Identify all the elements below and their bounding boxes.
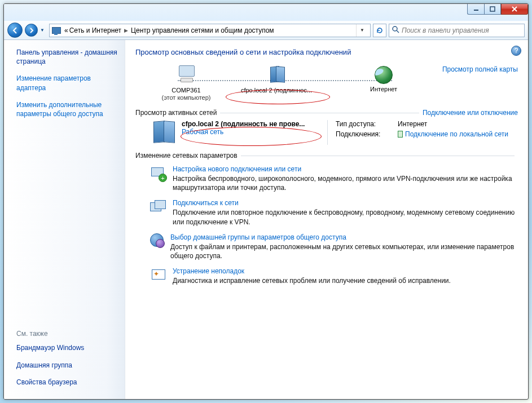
network-server-icon [152, 120, 176, 145]
history-dropdown[interactable]: ▼ [40, 28, 47, 33]
setting-new-connection[interactable]: Настройка нового подключения или сети На… [150, 165, 518, 192]
sidebar-link-sharing[interactable]: Изменить дополнительные параметры общего… [16, 100, 119, 118]
nic-icon [398, 131, 403, 138]
maximize-button[interactable] [484, 3, 501, 15]
network-map: Просмотр полной карты COMP361 (этот комп… [135, 64, 518, 107]
back-button[interactable] [7, 23, 23, 38]
computer-icon [175, 64, 197, 86]
window: ▼ « Сеть и Интернет ▶ Центр управления с… [3, 3, 529, 400]
troubleshoot-icon [150, 267, 166, 283]
access-type-label: Тип доступа: [336, 120, 398, 128]
new-connection-icon [150, 165, 166, 181]
setting-connect-network[interactable]: Подключиться к сети Подключение или повт… [150, 199, 518, 226]
svg-rect-1 [490, 7, 495, 11]
see-also-firewall[interactable]: Брандмауэр Windows [16, 343, 119, 352]
sidebar-link-home[interactable]: Панель управления - домашняя страница [16, 48, 119, 66]
setting-troubleshoot[interactable]: Устранение неполадок Диагностика и испра… [150, 267, 518, 285]
search-icon [392, 25, 399, 35]
globe-icon [375, 66, 393, 84]
see-also-homegroup[interactable]: Домашняя группа [16, 361, 119, 370]
window-buttons [467, 3, 528, 15]
help-icon[interactable]: ? [511, 46, 521, 56]
map-node-this-pc[interactable]: COMP361 (этот компьютер) [150, 64, 223, 101]
network-name: cfpo.local 2 (подлинность не прове... [182, 120, 305, 128]
search-box[interactable]: Поиск в панели управления [389, 24, 525, 37]
nav-row: ▼ « Сеть и Интернет ▶ Центр управления с… [4, 21, 528, 40]
chevron-right-icon: ▶ [124, 28, 128, 33]
active-networks-header: Просмотр активных сетей [135, 109, 217, 117]
active-network-block: cfpo.local 2 (подлинность не прове... Ра… [152, 120, 518, 145]
change-settings-header: Изменение сетевых параметров [135, 152, 238, 160]
body: Панель управления - домашняя страница Из… [4, 40, 528, 399]
network-type-link[interactable]: Рабочая сеть [182, 128, 223, 136]
see-also-inetopts[interactable]: Свойства браузера [16, 378, 119, 387]
map-node-domain[interactable]: cfpo.local 2 (подлиннос... [240, 64, 313, 94]
connection-link[interactable]: Подключение по локальной сети [405, 130, 508, 138]
addr-dropdown[interactable]: ▼ [356, 24, 368, 37]
minimize-button[interactable] [467, 3, 484, 15]
breadcrumb-seg1[interactable]: Сеть и Интернет [69, 26, 121, 34]
svg-rect-0 [474, 10, 478, 11]
page-title: Просмотр основных сведений о сети и наст… [135, 48, 518, 56]
access-type-value: Интернет [398, 120, 518, 128]
svg-line-3 [397, 30, 399, 33]
connections-label: Подключения: [336, 130, 398, 138]
breadcrumb-seg2[interactable]: Центр управления сетями и общим доступом [131, 26, 274, 34]
forward-button[interactable] [25, 24, 38, 37]
search-placeholder: Поиск в панели управления [402, 26, 489, 34]
address-bar[interactable]: « Сеть и Интернет ▶ Центр управления сет… [49, 24, 371, 37]
sidebar: Панель управления - домашняя страница Из… [4, 40, 125, 399]
view-full-map-link[interactable]: Просмотр полной карты [442, 65, 518, 73]
breadcrumb-back[interactable]: « [64, 26, 68, 34]
sidebar-link-adapter[interactable]: Изменение параметров адаптера [16, 74, 119, 92]
see-also-header: См. также [16, 330, 119, 338]
refresh-button[interactable] [373, 24, 386, 37]
homegroup-icon [150, 233, 164, 247]
main-content: ? Просмотр основных сведений о сети и на… [125, 40, 528, 399]
divider [220, 113, 419, 113]
titlebar [4, 4, 528, 21]
connect-network-icon [150, 199, 166, 215]
svg-point-2 [393, 26, 397, 31]
map-node-internet[interactable]: Интернет [347, 64, 420, 93]
connect-disconnect-link[interactable]: Подключение или отключение [423, 109, 518, 117]
network-center-icon [52, 26, 61, 35]
setting-homegroup[interactable]: Выбор домашней группы и параметров общег… [150, 233, 518, 260]
server-icon [266, 64, 287, 86]
divider [241, 156, 515, 156]
close-button[interactable] [501, 3, 528, 15]
